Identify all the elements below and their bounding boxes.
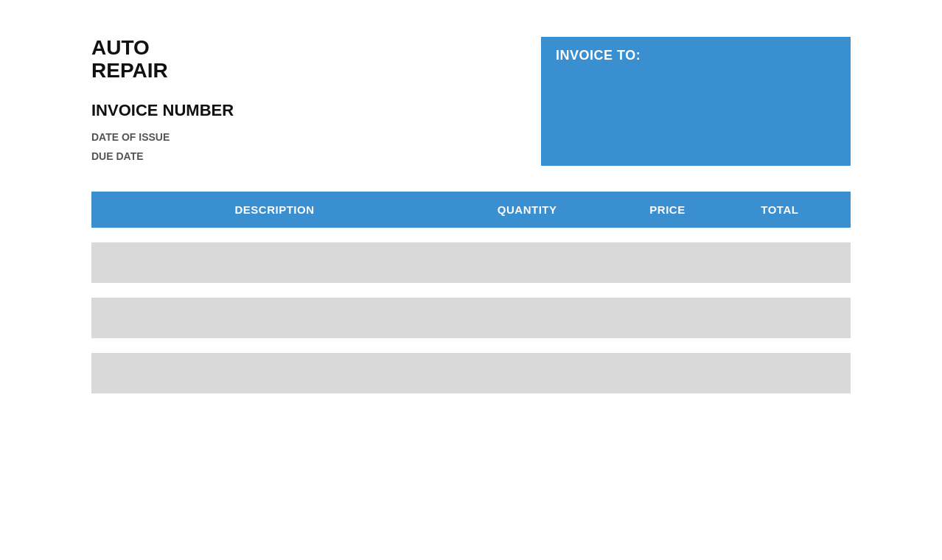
invoice-to-box: INVOICE TO: bbox=[541, 37, 851, 166]
table-header: DESCRIPTION QUANTITY PRICE TOTAL bbox=[91, 192, 851, 228]
company-info: AUTO REPAIR INVOICE NUMBER DATE OF ISSUE… bbox=[91, 37, 541, 169]
header-description: DESCRIPTION bbox=[106, 203, 443, 216]
table-row bbox=[91, 242, 851, 283]
invoice-document: AUTO REPAIR INVOICE NUMBER DATE OF ISSUE… bbox=[47, 15, 895, 416]
date-of-issue-label: DATE OF ISSUE bbox=[91, 131, 541, 143]
header-quantity: QUANTITY bbox=[443, 203, 611, 216]
table-row bbox=[91, 298, 851, 338]
table-row bbox=[91, 353, 851, 393]
company-name: AUTO REPAIR bbox=[91, 37, 541, 83]
due-date-label: DUE DATE bbox=[91, 150, 541, 162]
header-total: TOTAL bbox=[724, 203, 836, 216]
header-price: PRICE bbox=[611, 203, 723, 216]
invoice-number-label: INVOICE NUMBER bbox=[91, 101, 541, 120]
header-section: AUTO REPAIR INVOICE NUMBER DATE OF ISSUE… bbox=[91, 37, 851, 169]
invoice-table: DESCRIPTION QUANTITY PRICE TOTAL bbox=[91, 192, 851, 393]
invoice-to-label: INVOICE TO: bbox=[556, 48, 836, 63]
